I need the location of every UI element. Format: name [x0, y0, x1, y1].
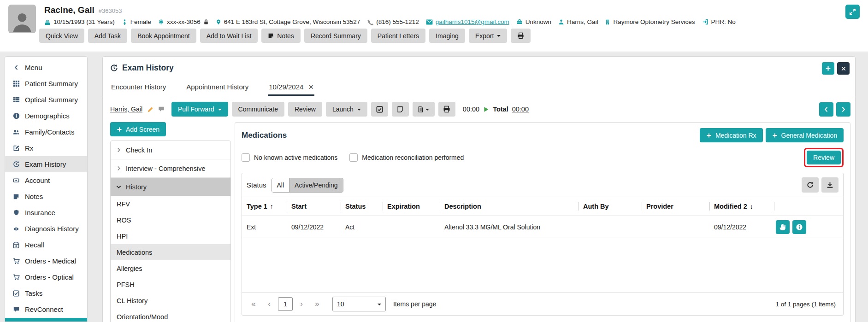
print-button[interactable]: [511, 29, 531, 43]
sidebar-item-diagnosis-history[interactable]: Diagnosis History: [5, 221, 87, 237]
column-header-start[interactable]: Start: [287, 197, 341, 216]
column-header-description[interactable]: Description: [440, 197, 579, 216]
sidebar-item-revconnect[interactable]: RevConnect: [5, 301, 87, 317]
close-tab-icon[interactable]: ×: [308, 84, 313, 90]
table-row[interactable]: Ext 09/12/2022 Act Altenol 33.3 MG/ML Or…: [242, 216, 843, 238]
last-page-button[interactable]: »: [310, 298, 324, 310]
sidebar-item-label: Diagnosis History: [25, 225, 79, 233]
encounter-note-button[interactable]: [392, 102, 409, 117]
info-button[interactable]: [792, 220, 806, 234]
screen-item-allergies[interactable]: Allergies: [111, 260, 230, 276]
next-page-button[interactable]: ›: [295, 298, 308, 310]
comment-icon[interactable]: [158, 106, 165, 112]
sidebar-item-tasks[interactable]: Tasks: [5, 285, 87, 301]
pull-forward-button[interactable]: Pull Forward: [171, 102, 228, 117]
patient-contact: Harris, Gail: [567, 18, 598, 25]
notes-button[interactable]: Notes: [261, 29, 301, 43]
reconciliation-checkbox[interactable]: Medication reconciliation performed: [349, 153, 464, 162]
tab-encounter-history[interactable]: Encounter History: [110, 79, 167, 96]
imaging-button[interactable]: Imaging: [429, 29, 465, 43]
export-button[interactable]: Export: [469, 29, 507, 43]
sidebar-item-patient-summary[interactable]: Patient Summary: [5, 76, 87, 92]
sidebar-item-account[interactable]: Account: [5, 172, 87, 188]
add-task-button[interactable]: Add Task: [88, 29, 127, 43]
sidebar-item-exam-history[interactable]: Exam History: [5, 156, 87, 172]
close-panel-button[interactable]: [837, 62, 850, 75]
tab-encounter-date[interactable]: 10/29/2024×: [268, 79, 314, 96]
status-filter-all[interactable]: All: [272, 178, 289, 192]
sidebar-item-notes[interactable]: Notes: [5, 188, 87, 205]
add-screen-button[interactable]: Add Screen: [110, 122, 166, 136]
patient-letters-label: Patient Letters: [378, 32, 419, 40]
record-summary-label: Record Summary: [311, 32, 361, 40]
screen-item-ros[interactable]: ROS: [111, 212, 230, 228]
pagination-bar: « ‹ 1 › » 10 Items per page 1 of 1 pages…: [242, 293, 843, 315]
add-to-wait-list-button[interactable]: Add to Wait List: [200, 29, 258, 43]
sidebar-item-insurance[interactable]: Insurance: [5, 205, 87, 221]
refresh-button[interactable]: [802, 177, 819, 193]
screen-item-pfsh[interactable]: PFSH: [111, 276, 230, 293]
column-header-auth-by[interactable]: Auth By: [579, 197, 642, 216]
sidebar-item-menu[interactable]: Menu: [5, 59, 87, 76]
export-label: Export: [475, 32, 494, 40]
next-encounter-button[interactable]: [836, 102, 850, 117]
add-general-medication-button[interactable]: General Medication: [766, 128, 844, 142]
screen-item-orientation-mood[interactable]: Orientation/Mood: [111, 309, 230, 322]
stop-medication-button[interactable]: [776, 220, 790, 234]
previous-encounter-button[interactable]: [819, 102, 833, 117]
fullscreen-button[interactable]: [845, 5, 860, 19]
launch-button[interactable]: Launch: [326, 102, 367, 117]
patient-email-link[interactable]: gailharris1015@gmail.com: [436, 18, 509, 25]
quick-view-button[interactable]: Quick View: [39, 29, 84, 43]
sidebar-item-rx[interactable]: Rx: [5, 140, 87, 156]
medications-title: Medications: [242, 131, 287, 140]
book-appointment-button[interactable]: Book Appointment: [131, 29, 196, 43]
add-medication-rx-button[interactable]: Medication Rx: [700, 128, 763, 142]
encounter-patient-link[interactable]: Harris, Gail: [110, 105, 142, 113]
status-filter-active-pending[interactable]: Active/Pending: [289, 178, 342, 192]
sidebar-item-demographics[interactable]: Demographics: [5, 108, 87, 124]
screen-group-check-in[interactable]: Check In: [111, 141, 230, 159]
review-encounter-button[interactable]: Review: [288, 102, 322, 117]
screen-item-cl-history[interactable]: CL History: [111, 293, 230, 309]
sidebar-item-orders-medical[interactable]: Orders - Medical: [5, 253, 87, 269]
checkbox-icon: [242, 153, 250, 162]
review-medications-button[interactable]: Review: [807, 151, 841, 164]
current-page-button[interactable]: 1: [278, 297, 293, 311]
column-header-expiration[interactable]: Expiration: [383, 197, 440, 216]
sidebar-item-family-contacts[interactable]: Family/Contacts: [5, 124, 87, 140]
patient-address: 641 E 163rd St, Cottage Grove, Wisconsin…: [224, 18, 360, 25]
screen-group-history[interactable]: History: [111, 178, 230, 196]
no-known-medications-checkbox[interactable]: No known active medications: [242, 153, 337, 162]
screen-list: Check In Interview - Comprehensive Histo…: [110, 141, 231, 322]
sidebar-item-orders-optical[interactable]: Orders - Optical: [5, 269, 87, 285]
page-size-select[interactable]: 10: [332, 297, 386, 311]
column-header-status[interactable]: Status: [341, 197, 383, 216]
screen-item-hpi[interactable]: HPI: [111, 228, 230, 244]
column-header-provider[interactable]: Provider: [642, 197, 709, 216]
screen-group-interview[interactable]: Interview - Comprehensive: [111, 159, 230, 178]
sidebar-item-optical-summary[interactable]: Optical Summary: [5, 92, 87, 108]
sidebar-item-recall[interactable]: Recall: [5, 237, 87, 253]
screen-item-rfv[interactable]: RFV: [111, 196, 230, 212]
column-header-type[interactable]: Type 1↑: [242, 197, 287, 216]
record-summary-button[interactable]: Record Summary: [304, 29, 367, 43]
tab-label: Encounter History: [111, 83, 166, 91]
document-menu-button[interactable]: [413, 102, 435, 117]
edit-pencil-icon[interactable]: [147, 106, 154, 113]
communicate-button[interactable]: Communicate: [232, 102, 284, 117]
timer-total-link[interactable]: 00:00: [512, 105, 529, 113]
add-medication-rx-label: Medication Rx: [715, 132, 756, 139]
patient-letters-button[interactable]: Patient Letters: [371, 29, 425, 43]
print-encounter-button[interactable]: [438, 102, 455, 117]
tab-appointment-history[interactable]: Appointment History: [185, 79, 249, 96]
previous-page-button[interactable]: ‹: [262, 298, 276, 310]
tasks-check-button[interactable]: [371, 102, 388, 117]
first-page-button[interactable]: «: [247, 298, 260, 310]
download-button[interactable]: [821, 177, 838, 193]
hand-icon: [779, 223, 786, 231]
play-icon[interactable]: [483, 106, 489, 112]
screen-item-medications[interactable]: Medications: [111, 244, 230, 260]
add-exam-button[interactable]: [822, 62, 834, 75]
column-header-modified[interactable]: Modified 2↓: [709, 197, 774, 216]
